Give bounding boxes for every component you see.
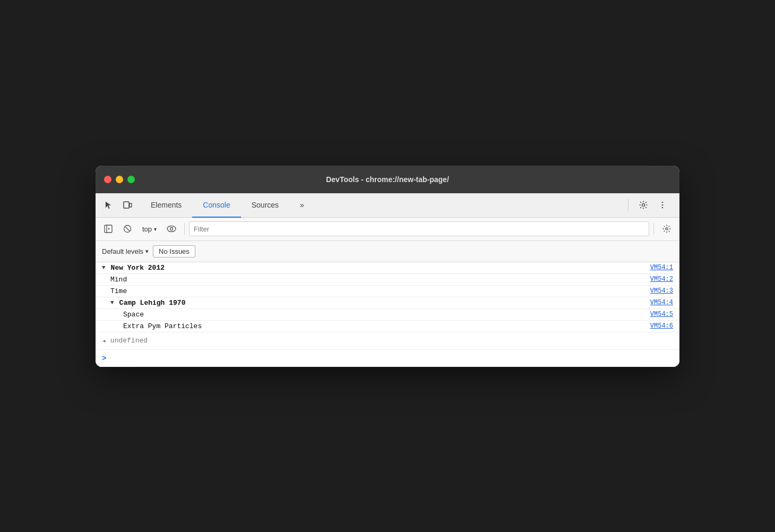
toolbar-separator [184, 223, 185, 235]
clear-console-button[interactable] [119, 220, 136, 237]
context-label: top [142, 225, 152, 233]
svg-point-5 [662, 207, 664, 209]
source-link[interactable]: VM54:1 [650, 264, 673, 271]
svg-point-13 [666, 228, 668, 230]
no-issues-button[interactable]: No Issues [153, 245, 195, 258]
source-link[interactable]: VM54:4 [650, 299, 673, 306]
tab-more[interactable]: » [289, 194, 315, 218]
return-row: ◂ undefined [96, 332, 679, 350]
row-content: Extra Pym Particles [123, 322, 650, 330]
source-link[interactable]: VM54:3 [650, 287, 673, 295]
console-output: ▼ New York 2012 VM54:1 Mind VM54:2 Time … [96, 262, 679, 367]
traffic-lights [104, 176, 135, 183]
row-content: Mind [110, 276, 650, 284]
prompt-icon: > [102, 354, 106, 363]
tab-elements[interactable]: Elements [140, 194, 192, 218]
row-content: Time [110, 287, 650, 295]
more-options-button[interactable] [654, 196, 671, 213]
tab-sources[interactable]: Sources [241, 194, 289, 218]
row-text: New York 2012 [111, 264, 165, 272]
default-levels-label: Default levels [102, 247, 143, 255]
svg-point-11 [167, 226, 176, 232]
row-text: Camp Lehigh 1970 [119, 299, 186, 307]
console-row: ▼ Camp Lehigh 1970 VM54:4 [96, 297, 679, 309]
tab-console[interactable]: Console [192, 194, 240, 218]
row-text: Space [123, 311, 144, 319]
source-link[interactable]: VM54:5 [650, 311, 673, 318]
console-row: Extra Pym Particles VM54:6 [96, 321, 679, 332]
row-content: Space [123, 311, 650, 319]
window-title: DevTools - chrome://new-tab-page/ [326, 175, 449, 184]
source-link[interactable]: VM54:6 [650, 322, 673, 330]
prompt-row[interactable]: > [96, 350, 679, 367]
titlebar: DevTools - chrome://new-tab-page/ [96, 166, 679, 193]
toolbar-left-icons [100, 193, 136, 217]
dropdown-arrow-icon: ▾ [154, 226, 157, 232]
console-toolbar2: Default levels ▾ No Issues [96, 241, 679, 262]
toolbar-separator-2 [653, 223, 654, 235]
return-arrow-icon: ◂ [102, 337, 106, 345]
row-content: ▼ Camp Lehigh 1970 [110, 299, 650, 307]
row-text: Time [110, 287, 127, 295]
close-button[interactable] [104, 176, 111, 183]
svg-rect-1 [130, 203, 132, 207]
svg-point-4 [662, 204, 664, 206]
eye-icon-button[interactable] [163, 220, 180, 237]
show-console-sidebar-button[interactable] [100, 220, 117, 237]
settings-button[interactable] [635, 196, 652, 213]
console-row: Mind VM54:2 [96, 274, 679, 286]
devtools-body: Elements Console Sources » [96, 193, 679, 367]
context-selector[interactable]: top ▾ [138, 223, 161, 235]
separator [628, 199, 628, 211]
default-levels-button[interactable]: Default levels ▾ [102, 247, 149, 255]
default-levels-arrow: ▾ [145, 248, 149, 255]
console-row: ▼ New York 2012 VM54:1 [96, 262, 679, 274]
row-text: Extra Pym Particles [123, 322, 202, 330]
minimize-button[interactable] [116, 176, 123, 183]
device-toolbar-button[interactable] [119, 196, 136, 213]
console-row: Time VM54:3 [96, 286, 679, 297]
cursor-button[interactable] [100, 196, 117, 213]
undefined-value: undefined [110, 337, 148, 345]
svg-marker-8 [108, 228, 110, 230]
console-settings-button[interactable] [658, 220, 675, 237]
svg-rect-0 [124, 202, 129, 208]
svg-line-10 [125, 227, 130, 231]
tabs-right-icons [624, 193, 675, 217]
devtools-window: DevTools - chrome://new-tab-page/ [96, 166, 679, 367]
svg-point-3 [662, 202, 664, 203]
console-toolbar: top ▾ [96, 218, 679, 241]
filter-input[interactable] [189, 221, 649, 236]
row-content: ▼ New York 2012 [102, 264, 650, 272]
maximize-button[interactable] [127, 176, 135, 183]
tabs-list: Elements Console Sources » [140, 193, 624, 217]
tabs-bar: Elements Console Sources » [96, 193, 679, 218]
expand-arrow-icon[interactable]: ▼ [110, 299, 114, 306]
expand-arrow-icon[interactable]: ▼ [102, 264, 106, 271]
source-link[interactable]: VM54:2 [650, 276, 673, 283]
row-text: Mind [110, 276, 127, 284]
svg-point-12 [170, 228, 173, 230]
svg-point-2 [642, 204, 645, 207]
console-row: Space VM54:5 [96, 309, 679, 321]
